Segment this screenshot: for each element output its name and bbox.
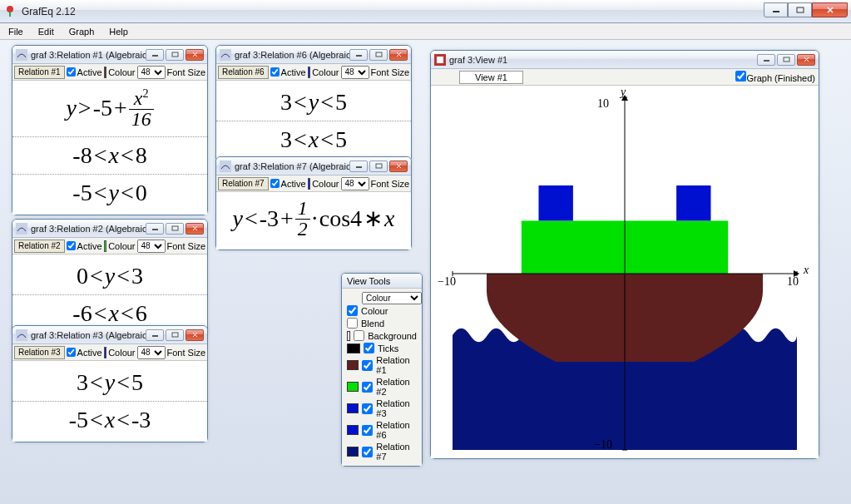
relation-1-active[interactable]: Active: [67, 67, 102, 77]
tick-label: −10: [594, 438, 612, 452]
view-1-status[interactable]: Graph (Finished): [735, 71, 815, 83]
graph-canvas[interactable]: y x 10 −10 10 −10: [431, 86, 819, 458]
fontsize-label: Font Size: [167, 348, 205, 358]
window-minimize-button[interactable]: [764, 2, 788, 17]
view-tools-row-rel6[interactable]: Relation #6: [347, 419, 417, 441]
view-tools-panel[interactable]: View Tools Colour Colour Blend Backgroun…: [341, 273, 423, 467]
child-close-button[interactable]: [186, 329, 204, 341]
window-relation-7: graf 3:Relation #7 (Algebraic) Relation …: [215, 156, 412, 250]
view-tools-row-background[interactable]: Background: [347, 329, 417, 342]
menu-file[interactable]: File: [2, 25, 30, 38]
eq-row[interactable]: -5<y<0: [12, 175, 207, 211]
eq-row[interactable]: 3<x<5: [216, 121, 411, 158]
view-icon: [434, 54, 446, 66]
relation-7-equations: y<-3+12·cos4∗x: [216, 192, 411, 250]
relation-1-equations: y>-5+x216 -8<x<8 -5<y<0: [12, 81, 207, 215]
view-tools-row-colour[interactable]: Colour: [347, 304, 417, 317]
svg-rect-16: [220, 161, 231, 172]
relation-3-color-swatch[interactable]: [104, 347, 107, 358]
eq-row[interactable]: y<-3+12·cos4∗x: [216, 195, 411, 246]
svg-rect-14: [356, 55, 362, 57]
relation-3-titlebar[interactable]: graf 3:Relation #3 (Algebraic): [12, 326, 207, 344]
view-1-title: graf 3:View #1: [449, 55, 757, 65]
child-close-button[interactable]: [389, 49, 408, 61]
child-minimize-button[interactable]: [146, 329, 164, 341]
colour-label: Colour: [108, 348, 135, 358]
relation-2-button[interactable]: Relation #2: [14, 240, 65, 253]
relation-1-titlebar[interactable]: graf 3:Relation #1 (Algebraic): [12, 46, 207, 64]
relation-7-color-swatch[interactable]: [308, 178, 311, 190]
relation-7-active[interactable]: Active: [270, 179, 306, 189]
child-close-button[interactable]: [797, 54, 815, 66]
eq-row[interactable]: -5<x<-3: [12, 402, 207, 438]
relation-2-fontsize[interactable]: 48: [137, 240, 166, 253]
relation-3-active[interactable]: Active: [67, 348, 102, 358]
relation-7-title: graf 3:Relation #7 (Algebraic): [235, 161, 349, 171]
relation-1-button[interactable]: Relation #1: [14, 66, 65, 79]
view-tools-row-rel1[interactable]: Relation #1: [347, 354, 417, 376]
window-relation-3: graf 3:Relation #3 (Algebraic) Relation …: [12, 325, 208, 442]
relation-1-fontsize[interactable]: 48: [137, 66, 166, 79]
child-minimize-button[interactable]: [349, 161, 368, 172]
child-maximize-button[interactable]: [166, 223, 184, 235]
relation-icon: [16, 49, 27, 61]
relation-3-toolbar: Relation #3 Active Colour 48 Font Size: [12, 344, 207, 361]
eq-row[interactable]: -8<x<8: [12, 137, 207, 175]
child-maximize-button[interactable]: [166, 329, 184, 341]
child-maximize-button[interactable]: [369, 161, 388, 172]
svg-rect-22: [784, 57, 789, 62]
view-tools-title[interactable]: View Tools: [342, 274, 422, 289]
relation-1-color-swatch[interactable]: [104, 67, 107, 78]
child-maximize-button[interactable]: [777, 54, 795, 66]
relation-3-button[interactable]: Relation #3: [14, 346, 65, 359]
relation-2-active[interactable]: Active: [67, 241, 102, 251]
relation-7-titlebar[interactable]: graf 3:Relation #7 (Algebraic): [216, 157, 411, 175]
child-minimize-button[interactable]: [757, 54, 775, 66]
view-1-titlebar[interactable]: graf 3:View #1: [431, 51, 819, 69]
window-maximize-button[interactable]: [788, 2, 812, 17]
child-minimize-button[interactable]: [146, 49, 164, 61]
colour-label: Colour: [312, 179, 339, 189]
menu-help[interactable]: Help: [102, 25, 135, 38]
child-close-button[interactable]: [186, 49, 204, 61]
child-minimize-button[interactable]: [146, 223, 164, 235]
eq-row[interactable]: 0<y<3: [12, 258, 207, 295]
relation-6-titlebar[interactable]: graf 3:Relation #6 (Algebraic): [216, 46, 411, 64]
view-tools-row-rel3[interactable]: Relation #3: [347, 398, 417, 419]
eq-row[interactable]: y>-5+x216: [12, 84, 207, 137]
eq-row[interactable]: 3<y<5: [216, 84, 411, 121]
relation-icon: [220, 49, 231, 61]
view-1-tab[interactable]: View #1: [459, 71, 523, 84]
fontsize-label: Font Size: [167, 67, 205, 77]
view-tools-row-rel2[interactable]: Relation #2: [347, 376, 417, 398]
relation-6-fontsize[interactable]: 48: [341, 66, 369, 79]
relation-7-fontsize[interactable]: 48: [341, 177, 369, 190]
child-close-button[interactable]: [186, 223, 204, 235]
child-minimize-button[interactable]: [349, 49, 368, 61]
window-relation-6: graf 3:Relation #6 (Algebraic) Relation …: [215, 45, 412, 162]
relation-3-fontsize[interactable]: 48: [137, 346, 166, 359]
eq-row[interactable]: 3<y<5: [12, 364, 207, 402]
view-tools-row-blend[interactable]: Blend: [347, 317, 417, 329]
window-close-button[interactable]: [812, 2, 848, 17]
view-tools-mode-select[interactable]: Colour: [362, 292, 422, 304]
relation-6-active[interactable]: Active: [270, 67, 306, 77]
child-close-button[interactable]: [389, 161, 408, 172]
relation-6-button[interactable]: Relation #6: [218, 66, 269, 79]
relation-2-titlebar[interactable]: graf 3:Relation #2 (Algebraic): [12, 220, 207, 238]
relation-3-equations: 3<y<5 -5<x<-3: [12, 361, 207, 442]
svg-rect-20: [437, 57, 443, 63]
window-view-1: graf 3:View #1 View #1 Graph (Finished): [430, 50, 819, 459]
view-tools-row-ticks[interactable]: Ticks: [347, 342, 417, 354]
relation-6-color-swatch[interactable]: [308, 67, 311, 78]
relation-2-color-swatch[interactable]: [104, 240, 107, 252]
relation-2-equations: 0<y<3 -6<x<6: [12, 254, 207, 335]
relation-3-title: graf 3:Relation #3 (Algebraic): [31, 330, 146, 340]
child-maximize-button[interactable]: [166, 49, 184, 61]
child-maximize-button[interactable]: [369, 49, 388, 61]
relation-7-button[interactable]: Relation #7: [218, 177, 269, 190]
svg-rect-11: [152, 335, 158, 337]
menu-graph[interactable]: Graph: [62, 25, 101, 38]
view-tools-row-rel7[interactable]: Relation #7: [347, 441, 417, 462]
menu-edit[interactable]: Edit: [32, 25, 61, 38]
